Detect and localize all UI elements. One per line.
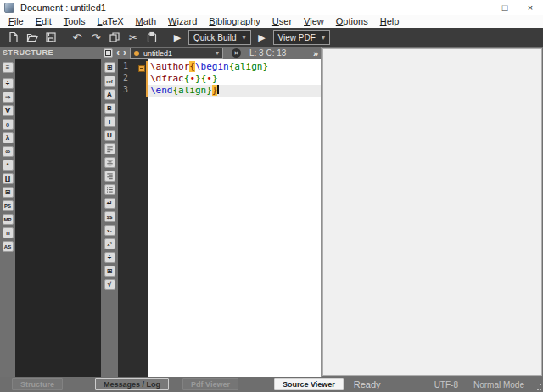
code-token: } bbox=[212, 73, 218, 84]
structure-panel[interactable] bbox=[15, 59, 101, 377]
menu-user[interactable]: User bbox=[266, 15, 298, 28]
copy-icon[interactable] bbox=[105, 30, 124, 45]
code-line[interactable]: \author{\begin{align} bbox=[148, 61, 321, 73]
code-token: {align} bbox=[173, 85, 212, 96]
close-document-icon[interactable]: ✕ bbox=[232, 48, 241, 58]
greek-letters-tab[interactable]: λ bbox=[3, 132, 14, 143]
misc-math-tab[interactable]: * bbox=[3, 160, 14, 171]
arrow-symbols-tab[interactable]: ⇒ bbox=[3, 92, 14, 103]
code-token: • bbox=[189, 73, 195, 84]
maximize-button[interactable]: □ bbox=[492, 0, 518, 15]
code-token: } bbox=[195, 73, 201, 84]
label-ref-icon[interactable]: ref bbox=[104, 76, 115, 87]
italic-icon[interactable]: I bbox=[104, 116, 115, 127]
pstricks-tab[interactable]: PS bbox=[3, 200, 14, 211]
document-selector[interactable]: untitled1 ▾ bbox=[130, 48, 223, 59]
tikz-tab[interactable]: TI bbox=[3, 227, 14, 238]
status-bar: StructureMessages / LogPdf ViewerSource … bbox=[0, 377, 543, 392]
save-icon[interactable] bbox=[42, 30, 60, 45]
minimize-button[interactable]: − bbox=[467, 0, 492, 15]
code-token: \dfrac bbox=[150, 73, 184, 84]
detach-panel-icon[interactable] bbox=[104, 48, 113, 58]
title-bar: Document : untitled1 − □ × bbox=[0, 0, 543, 15]
sqrt-icon[interactable]: √ bbox=[104, 279, 115, 290]
font-icon[interactable]: A bbox=[104, 89, 115, 100]
menu-view[interactable]: View bbox=[298, 15, 330, 28]
line-number: 3 bbox=[118, 85, 148, 97]
quick-build-select[interactable]: Quick Build▾ bbox=[188, 30, 251, 45]
modified-dot-icon bbox=[134, 51, 139, 56]
previous-document-icon[interactable]: ‹ bbox=[116, 48, 120, 58]
chevron-down-icon: ▾ bbox=[216, 49, 219, 57]
run-quick-build-icon[interactable]: ▶ bbox=[171, 32, 184, 43]
align-left-icon[interactable] bbox=[104, 143, 115, 154]
cut-icon[interactable]: ✂ bbox=[124, 30, 143, 45]
relation-symbols-tab[interactable]: ÷ bbox=[3, 78, 14, 89]
misc-symbols-tab[interactable]: ∀ bbox=[3, 105, 14, 116]
toolbar-overflow-icon[interactable]: » bbox=[313, 48, 318, 59]
redo-icon[interactable]: ↷ bbox=[87, 30, 105, 45]
statusbar-tab-structure[interactable]: Structure bbox=[12, 378, 63, 390]
menu-file[interactable]: File bbox=[3, 15, 30, 28]
big-operators-tab[interactable]: ∐ bbox=[3, 173, 14, 184]
structure-tab[interactable]: ≡ bbox=[3, 62, 14, 73]
metapost-tab[interactable]: MP bbox=[3, 214, 14, 225]
code-editor[interactable]: \author{\begin{align}\dfrac{•}{•}\end{al… bbox=[148, 59, 321, 377]
open-file-icon[interactable] bbox=[23, 30, 42, 45]
paste-icon[interactable] bbox=[143, 30, 161, 45]
underline-icon[interactable]: U bbox=[104, 130, 115, 141]
quick-build-select-label: Quick Build bbox=[193, 33, 237, 42]
new-block-icon[interactable]: ⊞ bbox=[104, 62, 115, 73]
new-document-icon[interactable] bbox=[4, 30, 23, 45]
statusbar-tab-messages-log[interactable]: Messages / Log bbox=[95, 378, 169, 390]
most-used-symbols-tab[interactable]: ∞ bbox=[3, 146, 14, 157]
window-title: Document : untitled1 bbox=[20, 3, 106, 13]
status-ready-label: Ready bbox=[354, 379, 381, 389]
run-view-pdf-icon[interactable]: ▶ bbox=[255, 32, 269, 43]
code-token: \author bbox=[150, 61, 189, 72]
code-line[interactable]: \end{align}} bbox=[148, 85, 321, 97]
align-right-icon[interactable] bbox=[104, 171, 115, 182]
menu-edit[interactable]: Edit bbox=[30, 15, 58, 28]
newline-icon[interactable]: ↵ bbox=[104, 198, 115, 209]
fold-marker-icon[interactable] bbox=[138, 65, 145, 72]
menu-latex[interactable]: LaTeX bbox=[91, 15, 129, 28]
chevron-down-icon: ▾ bbox=[243, 34, 246, 42]
menu-math[interactable]: Math bbox=[130, 15, 162, 28]
code-line[interactable]: \dfrac{•}{•} bbox=[148, 73, 321, 85]
itemize-icon[interactable] bbox=[104, 184, 115, 195]
structure-panel-header: STRUCTURE bbox=[0, 47, 101, 59]
menu-help[interactable]: Help bbox=[374, 15, 406, 28]
close-button[interactable]: × bbox=[518, 0, 543, 15]
matrix-icon[interactable]: ⊞ bbox=[104, 266, 115, 277]
next-document-icon[interactable]: › bbox=[123, 48, 126, 58]
subscript-icon[interactable]: x₂ bbox=[104, 225, 115, 236]
menu-options[interactable]: Options bbox=[330, 15, 374, 28]
math-mode-icon[interactable]: $$ bbox=[104, 211, 115, 222]
menu-bibliography[interactable]: Bibliography bbox=[203, 15, 266, 28]
resize-grip[interactable] bbox=[535, 384, 541, 390]
code-token: \begin bbox=[195, 61, 229, 72]
editor-header: ‹ › untitled1 ▾ ✕ L: 3 C: 13 » bbox=[101, 47, 321, 59]
view-pdf-select[interactable]: View PDF▾ bbox=[273, 30, 330, 45]
statusbar-tab-source-viewer[interactable]: Source Viewer bbox=[274, 378, 344, 390]
bold-icon[interactable]: B bbox=[104, 103, 115, 114]
undo-icon[interactable]: ↶ bbox=[68, 30, 87, 45]
menu-wizard[interactable]: Wizard bbox=[162, 15, 203, 28]
align-center-icon[interactable] bbox=[104, 157, 115, 168]
fraction-icon[interactable]: ÷ bbox=[104, 252, 115, 263]
window-controls: − □ × bbox=[467, 0, 543, 15]
asymptote-tab[interactable]: AS bbox=[3, 241, 14, 252]
texmaker-window: Document : untitled1 − □ × FileEditTools… bbox=[0, 0, 543, 392]
pdf-viewer-pane bbox=[322, 48, 542, 376]
superscript-icon[interactable]: x² bbox=[104, 238, 115, 249]
delimiters-tab[interactable]: () bbox=[3, 119, 14, 130]
menu-tools[interactable]: Tools bbox=[58, 15, 92, 28]
main-toolbar: ↶↷✂▶Quick Build▾▶View PDF▾ bbox=[0, 28, 543, 47]
code-token: \end bbox=[150, 85, 173, 96]
view-pdf-select-label: View PDF bbox=[278, 33, 316, 42]
code-token: } bbox=[212, 85, 218, 96]
editor-mode-label: Normal Mode bbox=[473, 380, 524, 389]
statusbar-tab-pdf-viewer[interactable]: Pdf Viewer bbox=[182, 378, 238, 390]
user-tags-tab[interactable]: ⊞ bbox=[3, 187, 14, 198]
